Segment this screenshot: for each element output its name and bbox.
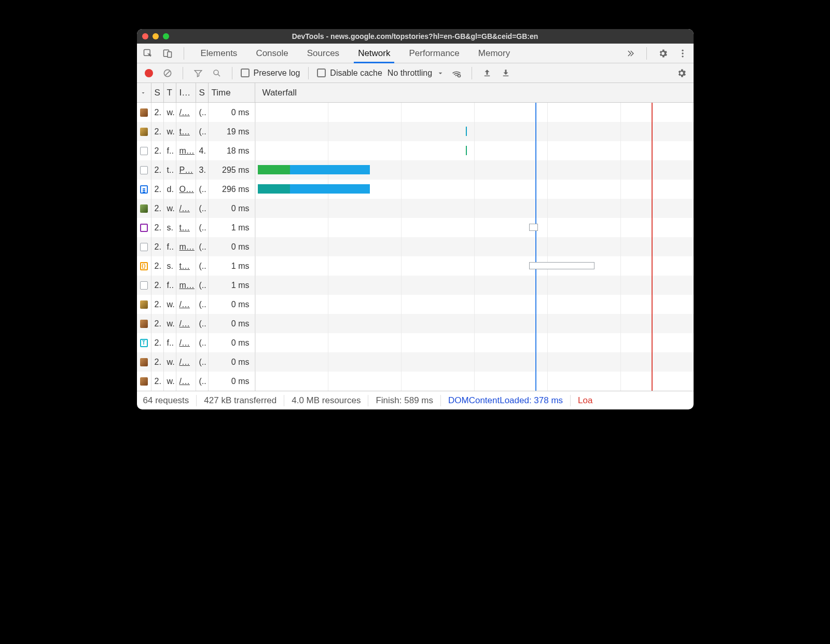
download-har-icon[interactable] [499, 66, 513, 80]
cell-initiator: /… [176, 372, 196, 391]
table-row[interactable]: 2.w./…(..0 ms [137, 103, 694, 122]
table-row[interactable]: 2.t..P…3.295 ms [137, 160, 694, 180]
record-button[interactable] [142, 66, 156, 80]
table-row[interactable]: 2.d.O…(..296 ms [137, 180, 694, 199]
table-row[interactable]: 2.f..m…(..1 ms [137, 276, 694, 295]
status-bar: 64 requests 427 kB transferred 4.0 MB re… [137, 391, 694, 409]
kebab-icon[interactable] [676, 47, 689, 60]
cell-waterfall [255, 256, 694, 276]
cell-size: (.. [196, 218, 209, 237]
cell-waterfall [255, 352, 694, 372]
table-row[interactable]: 2.w.t…(..19 ms [137, 122, 694, 141]
throttling-label: No throttling [388, 68, 432, 78]
chevrons-right-icon[interactable] [624, 47, 637, 60]
table-row[interactable]: 2.w./…(..0 ms [137, 295, 694, 314]
cell-type: w. [164, 352, 176, 372]
svg-point-4 [682, 52, 683, 54]
cell-status: 2. [151, 103, 164, 122]
cell-name [137, 122, 151, 141]
upload-har-icon[interactable] [480, 66, 494, 80]
cell-initiator: t… [176, 256, 196, 276]
cell-name [137, 199, 151, 218]
svg-point-8 [458, 74, 461, 77]
table-row[interactable]: 2.f..m…4.18 ms [137, 141, 694, 160]
column-type[interactable]: T [164, 83, 176, 102]
column-name[interactable] [137, 83, 151, 102]
svg-rect-2 [168, 51, 172, 57]
cell-status: 2. [151, 180, 164, 199]
cell-time: 0 ms [209, 103, 255, 122]
resource-type-icon [140, 262, 148, 270]
cell-waterfall [255, 160, 694, 180]
cell-size: (.. [196, 333, 209, 352]
cell-time: 0 ms [209, 352, 255, 372]
cell-name [137, 314, 151, 333]
cell-initiator: m… [176, 276, 196, 295]
network-conditions-icon[interactable] [450, 66, 463, 80]
table-row[interactable]: 2.w./…(..0 ms [137, 199, 694, 218]
resource-type-icon [140, 281, 148, 290]
device-toggle-icon[interactable] [161, 47, 174, 60]
table-row[interactable]: 2.s.t…(..1 ms [137, 218, 694, 237]
cell-status: 2. [151, 237, 164, 256]
column-status[interactable]: S [151, 83, 164, 102]
cell-name [137, 333, 151, 352]
search-icon[interactable] [210, 66, 224, 80]
checkbox-icon [317, 68, 326, 77]
chevron-down-icon [436, 69, 445, 77]
cell-initiator: /… [176, 103, 196, 122]
tab-network[interactable]: Network [349, 44, 399, 63]
close-button[interactable] [142, 33, 148, 39]
minimize-button[interactable] [153, 33, 159, 39]
cell-time: 0 ms [209, 314, 255, 333]
tab-memory[interactable]: Memory [469, 44, 519, 63]
column-time[interactable]: Time [209, 83, 255, 102]
table-row[interactable]: 2.f..m…(..0 ms [137, 237, 694, 256]
table-row[interactable]: 2.w./…(..0 ms [137, 372, 694, 391]
column-size[interactable]: S [196, 83, 209, 102]
zoom-button[interactable] [163, 33, 169, 39]
table-row[interactable]: 2.f../…(..0 ms [137, 333, 694, 352]
cell-name [137, 256, 151, 276]
svg-point-7 [214, 70, 218, 75]
cell-status: 2. [151, 352, 164, 372]
cell-name [137, 237, 151, 256]
separator [472, 67, 472, 79]
throttling-select[interactable]: No throttling [388, 68, 445, 78]
cell-time: 0 ms [209, 333, 255, 352]
cell-name [137, 180, 151, 199]
column-waterfall[interactable]: Waterfall [255, 83, 694, 102]
gear-icon[interactable] [656, 47, 670, 60]
cell-name [137, 372, 151, 391]
cell-waterfall [255, 314, 694, 333]
cell-time: 295 ms [209, 160, 255, 180]
inspect-element-icon[interactable] [141, 47, 155, 60]
table-row[interactable]: 2.w./…(..0 ms [137, 314, 694, 333]
cell-waterfall [255, 218, 694, 237]
preserve-log-label: Preserve log [254, 68, 300, 78]
cell-initiator: t… [176, 218, 196, 237]
filter-icon[interactable] [191, 66, 205, 80]
table-row[interactable]: 2.s.t…(..1 ms [137, 256, 694, 276]
tab-sources[interactable]: Sources [298, 44, 349, 63]
tab-console[interactable]: Console [246, 44, 297, 63]
panel-settings-icon[interactable] [675, 66, 688, 80]
cell-size: 4. [196, 141, 209, 160]
disable-cache-label: Disable cache [330, 68, 382, 78]
cell-time: 1 ms [209, 256, 255, 276]
tab-performance[interactable]: Performance [399, 44, 468, 63]
cell-initiator: /… [176, 352, 196, 372]
preserve-log-checkbox[interactable]: Preserve log [241, 68, 300, 78]
column-initiator[interactable]: I… [176, 83, 196, 102]
cell-name [137, 141, 151, 160]
cell-time: 0 ms [209, 295, 255, 314]
tab-elements[interactable]: Elements [191, 44, 247, 63]
clear-icon[interactable] [161, 66, 174, 80]
cell-waterfall [255, 333, 694, 352]
table-row[interactable]: 2.w./…(..0 ms [137, 352, 694, 372]
disable-cache-checkbox[interactable]: Disable cache [317, 68, 382, 78]
separator [184, 47, 184, 60]
network-table-header: S T I… S Time Waterfall [137, 83, 694, 103]
separator [232, 67, 232, 79]
cell-time: 19 ms [209, 122, 255, 141]
